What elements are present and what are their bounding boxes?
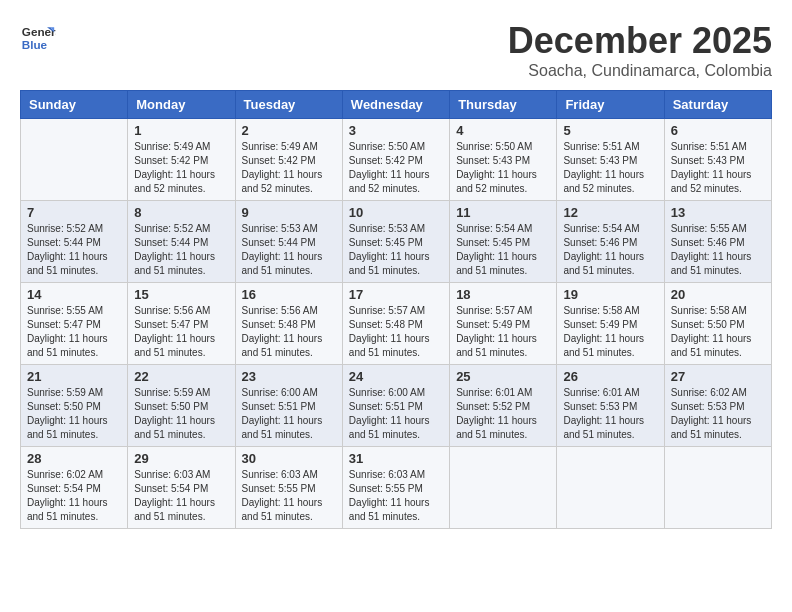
month-title: December 2025 bbox=[508, 20, 772, 62]
day-info: Sunrise: 5:51 AMSunset: 5:43 PMDaylight:… bbox=[671, 140, 765, 196]
day-number: 27 bbox=[671, 369, 765, 384]
calendar-cell: 3Sunrise: 5:50 AMSunset: 5:42 PMDaylight… bbox=[342, 119, 449, 201]
day-info: Sunrise: 5:53 AMSunset: 5:44 PMDaylight:… bbox=[242, 222, 336, 278]
day-number: 31 bbox=[349, 451, 443, 466]
week-row: 1Sunrise: 5:49 AMSunset: 5:42 PMDaylight… bbox=[21, 119, 772, 201]
day-number: 25 bbox=[456, 369, 550, 384]
calendar-cell: 4Sunrise: 5:50 AMSunset: 5:43 PMDaylight… bbox=[450, 119, 557, 201]
calendar-cell bbox=[664, 447, 771, 529]
day-number: 15 bbox=[134, 287, 228, 302]
calendar-cell: 27Sunrise: 6:02 AMSunset: 5:53 PMDayligh… bbox=[664, 365, 771, 447]
calendar-cell: 6Sunrise: 5:51 AMSunset: 5:43 PMDaylight… bbox=[664, 119, 771, 201]
day-number: 30 bbox=[242, 451, 336, 466]
day-info: Sunrise: 6:03 AMSunset: 5:55 PMDaylight:… bbox=[349, 468, 443, 524]
day-info: Sunrise: 5:49 AMSunset: 5:42 PMDaylight:… bbox=[134, 140, 228, 196]
day-info: Sunrise: 5:54 AMSunset: 5:46 PMDaylight:… bbox=[563, 222, 657, 278]
day-number: 26 bbox=[563, 369, 657, 384]
calendar-body: 1Sunrise: 5:49 AMSunset: 5:42 PMDaylight… bbox=[21, 119, 772, 529]
day-number: 18 bbox=[456, 287, 550, 302]
calendar-cell bbox=[21, 119, 128, 201]
day-info: Sunrise: 5:58 AMSunset: 5:50 PMDaylight:… bbox=[671, 304, 765, 360]
day-number: 13 bbox=[671, 205, 765, 220]
calendar-header: SundayMondayTuesdayWednesdayThursdayFrid… bbox=[21, 91, 772, 119]
day-number: 6 bbox=[671, 123, 765, 138]
day-number: 8 bbox=[134, 205, 228, 220]
day-info: Sunrise: 6:03 AMSunset: 5:55 PMDaylight:… bbox=[242, 468, 336, 524]
day-info: Sunrise: 6:03 AMSunset: 5:54 PMDaylight:… bbox=[134, 468, 228, 524]
day-info: Sunrise: 5:56 AMSunset: 5:47 PMDaylight:… bbox=[134, 304, 228, 360]
day-number: 7 bbox=[27, 205, 121, 220]
calendar-cell: 5Sunrise: 5:51 AMSunset: 5:43 PMDaylight… bbox=[557, 119, 664, 201]
day-info: Sunrise: 5:55 AMSunset: 5:46 PMDaylight:… bbox=[671, 222, 765, 278]
day-number: 1 bbox=[134, 123, 228, 138]
calendar-cell: 12Sunrise: 5:54 AMSunset: 5:46 PMDayligh… bbox=[557, 201, 664, 283]
day-info: Sunrise: 5:51 AMSunset: 5:43 PMDaylight:… bbox=[563, 140, 657, 196]
calendar-cell: 8Sunrise: 5:52 AMSunset: 5:44 PMDaylight… bbox=[128, 201, 235, 283]
week-row: 14Sunrise: 5:55 AMSunset: 5:47 PMDayligh… bbox=[21, 283, 772, 365]
day-info: Sunrise: 6:02 AMSunset: 5:53 PMDaylight:… bbox=[671, 386, 765, 442]
calendar-cell: 15Sunrise: 5:56 AMSunset: 5:47 PMDayligh… bbox=[128, 283, 235, 365]
svg-text:General: General bbox=[22, 25, 56, 38]
day-info: Sunrise: 5:58 AMSunset: 5:49 PMDaylight:… bbox=[563, 304, 657, 360]
week-row: 28Sunrise: 6:02 AMSunset: 5:54 PMDayligh… bbox=[21, 447, 772, 529]
day-info: Sunrise: 6:00 AMSunset: 5:51 PMDaylight:… bbox=[349, 386, 443, 442]
day-of-week-monday: Monday bbox=[128, 91, 235, 119]
day-of-week-tuesday: Tuesday bbox=[235, 91, 342, 119]
week-row: 7Sunrise: 5:52 AMSunset: 5:44 PMDaylight… bbox=[21, 201, 772, 283]
day-info: Sunrise: 5:59 AMSunset: 5:50 PMDaylight:… bbox=[27, 386, 121, 442]
day-number: 24 bbox=[349, 369, 443, 384]
week-row: 21Sunrise: 5:59 AMSunset: 5:50 PMDayligh… bbox=[21, 365, 772, 447]
day-number: 23 bbox=[242, 369, 336, 384]
calendar-cell: 11Sunrise: 5:54 AMSunset: 5:45 PMDayligh… bbox=[450, 201, 557, 283]
day-number: 29 bbox=[134, 451, 228, 466]
day-info: Sunrise: 5:56 AMSunset: 5:48 PMDaylight:… bbox=[242, 304, 336, 360]
day-number: 17 bbox=[349, 287, 443, 302]
logo: General Blue bbox=[20, 20, 56, 56]
calendar-cell: 19Sunrise: 5:58 AMSunset: 5:49 PMDayligh… bbox=[557, 283, 664, 365]
calendar-cell: 1Sunrise: 5:49 AMSunset: 5:42 PMDaylight… bbox=[128, 119, 235, 201]
day-info: Sunrise: 6:00 AMSunset: 5:51 PMDaylight:… bbox=[242, 386, 336, 442]
calendar-cell: 24Sunrise: 6:00 AMSunset: 5:51 PMDayligh… bbox=[342, 365, 449, 447]
calendar-cell: 31Sunrise: 6:03 AMSunset: 5:55 PMDayligh… bbox=[342, 447, 449, 529]
day-info: Sunrise: 5:57 AMSunset: 5:48 PMDaylight:… bbox=[349, 304, 443, 360]
calendar-cell: 28Sunrise: 6:02 AMSunset: 5:54 PMDayligh… bbox=[21, 447, 128, 529]
day-number: 12 bbox=[563, 205, 657, 220]
calendar-cell bbox=[450, 447, 557, 529]
day-number: 19 bbox=[563, 287, 657, 302]
day-number: 5 bbox=[563, 123, 657, 138]
day-number: 9 bbox=[242, 205, 336, 220]
day-of-week-sunday: Sunday bbox=[21, 91, 128, 119]
day-info: Sunrise: 5:52 AMSunset: 5:44 PMDaylight:… bbox=[27, 222, 121, 278]
day-info: Sunrise: 5:59 AMSunset: 5:50 PMDaylight:… bbox=[134, 386, 228, 442]
day-number: 20 bbox=[671, 287, 765, 302]
day-info: Sunrise: 5:50 AMSunset: 5:43 PMDaylight:… bbox=[456, 140, 550, 196]
calendar-cell: 29Sunrise: 6:03 AMSunset: 5:54 PMDayligh… bbox=[128, 447, 235, 529]
day-info: Sunrise: 5:57 AMSunset: 5:49 PMDaylight:… bbox=[456, 304, 550, 360]
day-of-week-saturday: Saturday bbox=[664, 91, 771, 119]
calendar-cell: 26Sunrise: 6:01 AMSunset: 5:53 PMDayligh… bbox=[557, 365, 664, 447]
day-number: 16 bbox=[242, 287, 336, 302]
calendar-cell: 16Sunrise: 5:56 AMSunset: 5:48 PMDayligh… bbox=[235, 283, 342, 365]
day-number: 10 bbox=[349, 205, 443, 220]
calendar-cell: 14Sunrise: 5:55 AMSunset: 5:47 PMDayligh… bbox=[21, 283, 128, 365]
day-number: 28 bbox=[27, 451, 121, 466]
calendar-cell: 20Sunrise: 5:58 AMSunset: 5:50 PMDayligh… bbox=[664, 283, 771, 365]
day-number: 22 bbox=[134, 369, 228, 384]
calendar-cell: 30Sunrise: 6:03 AMSunset: 5:55 PMDayligh… bbox=[235, 447, 342, 529]
days-row: SundayMondayTuesdayWednesdayThursdayFrid… bbox=[21, 91, 772, 119]
day-number: 3 bbox=[349, 123, 443, 138]
calendar-cell: 2Sunrise: 5:49 AMSunset: 5:42 PMDaylight… bbox=[235, 119, 342, 201]
calendar-table: SundayMondayTuesdayWednesdayThursdayFrid… bbox=[20, 90, 772, 529]
calendar-cell: 13Sunrise: 5:55 AMSunset: 5:46 PMDayligh… bbox=[664, 201, 771, 283]
day-number: 2 bbox=[242, 123, 336, 138]
day-info: Sunrise: 6:01 AMSunset: 5:52 PMDaylight:… bbox=[456, 386, 550, 442]
day-info: Sunrise: 6:02 AMSunset: 5:54 PMDaylight:… bbox=[27, 468, 121, 524]
day-info: Sunrise: 5:55 AMSunset: 5:47 PMDaylight:… bbox=[27, 304, 121, 360]
day-info: Sunrise: 6:01 AMSunset: 5:53 PMDaylight:… bbox=[563, 386, 657, 442]
title-area: December 2025 Soacha, Cundinamarca, Colo… bbox=[508, 20, 772, 80]
calendar-cell bbox=[557, 447, 664, 529]
calendar-cell: 22Sunrise: 5:59 AMSunset: 5:50 PMDayligh… bbox=[128, 365, 235, 447]
day-info: Sunrise: 5:49 AMSunset: 5:42 PMDaylight:… bbox=[242, 140, 336, 196]
day-number: 4 bbox=[456, 123, 550, 138]
day-of-week-friday: Friday bbox=[557, 91, 664, 119]
